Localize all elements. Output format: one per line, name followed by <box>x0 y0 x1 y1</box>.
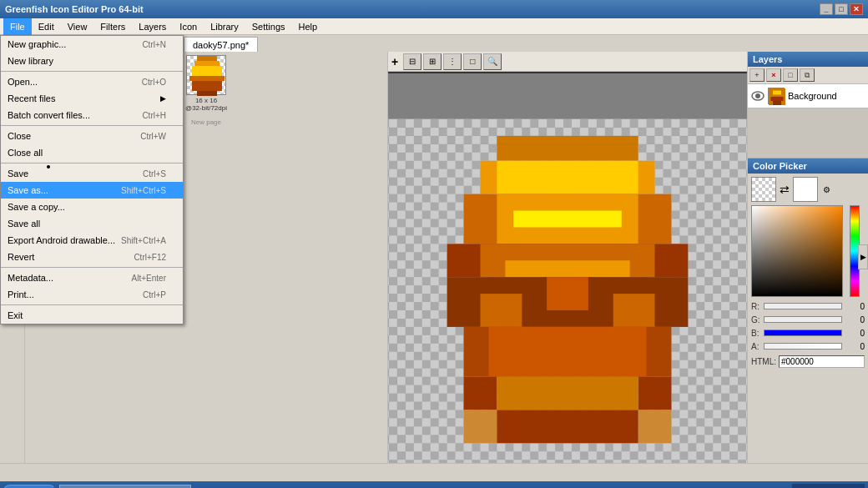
save-label: Save <box>8 169 28 179</box>
revert-label: Revert <box>8 252 34 262</box>
export-android-label: Export Android drawable... <box>8 235 115 245</box>
menu-open[interactable]: Open... Ctrl+O <box>1 73 183 90</box>
dropdown-overlay: New graphic... Ctrl+N New library Open..… <box>0 0 868 488</box>
print-label: Print... <box>8 289 34 299</box>
separator-3 <box>1 163 183 164</box>
save-all-label: Save all <box>8 219 40 229</box>
open-shortcut: Ctrl+O <box>142 78 166 87</box>
batch-convert-label: Batch convert files... <box>8 110 90 120</box>
new-graphic-shortcut: Ctrl+N <box>142 40 166 49</box>
menu-new-library[interactable]: New library <box>1 53 183 69</box>
menu-close[interactable]: Close Ctrl+W <box>1 128 183 144</box>
close-shortcut: Ctrl+W <box>140 132 166 141</box>
new-graphic-label: New graphic... <box>8 39 66 49</box>
save-shortcut: Ctrl+S <box>143 169 166 179</box>
new-library-label: New library <box>8 56 53 66</box>
save-as-label: Save as... <box>8 185 48 195</box>
recent-files-label: Recent files <box>8 93 55 103</box>
menu-new-graphic[interactable]: New graphic... Ctrl+N <box>1 36 183 53</box>
batch-convert-shortcut: Ctrl+H <box>142 111 166 120</box>
separator-2 <box>1 125 183 126</box>
metadata-label: Metadata... <box>8 273 53 283</box>
print-shortcut: Ctrl+P <box>143 290 166 299</box>
metadata-shortcut: Alt+Enter <box>132 274 166 283</box>
menu-close-all[interactable]: Close all <box>1 144 183 161</box>
save-as-shortcut: Shift+Ctrl+S <box>121 186 166 195</box>
menu-save-all[interactable]: Save all <box>1 215 183 232</box>
menu-batch-convert[interactable]: Batch convert files... Ctrl+H <box>1 107 183 123</box>
separator-4 <box>1 267 183 268</box>
close-label: Close <box>8 131 31 141</box>
open-label: Open... <box>8 77 38 87</box>
revert-shortcut: Ctrl+F12 <box>134 253 166 262</box>
separator-1 <box>1 71 183 72</box>
export-android-shortcut: Shift+Ctrl+A <box>121 236 166 245</box>
menu-exit[interactable]: Exit <box>1 307 183 324</box>
menu-print[interactable]: Print... Ctrl+P <box>1 286 183 303</box>
recent-files-arrow: ▶ <box>160 94 166 103</box>
exit-label: Exit <box>8 310 23 320</box>
menu-recent-files[interactable]: Recent files ▶ <box>1 90 183 107</box>
file-menu: New graphic... Ctrl+N New library Open..… <box>0 35 184 324</box>
menu-metadata[interactable]: Metadata... Alt+Enter <box>1 269 183 286</box>
separator-5 <box>1 304 183 305</box>
menu-export-android[interactable]: Export Android drawable... Shift+Ctrl+A <box>1 232 183 249</box>
save-copy-label: Save a copy... <box>8 202 65 212</box>
menu-save-copy[interactable]: Save a copy... <box>1 199 183 215</box>
close-all-label: Close all <box>8 148 43 158</box>
menu-revert[interactable]: Revert Ctrl+F12 <box>1 249 183 265</box>
menu-save[interactable]: Save Ctrl+S <box>1 165 183 182</box>
menu-save-as[interactable]: Save as... Shift+Ctrl+S <box>1 182 183 199</box>
